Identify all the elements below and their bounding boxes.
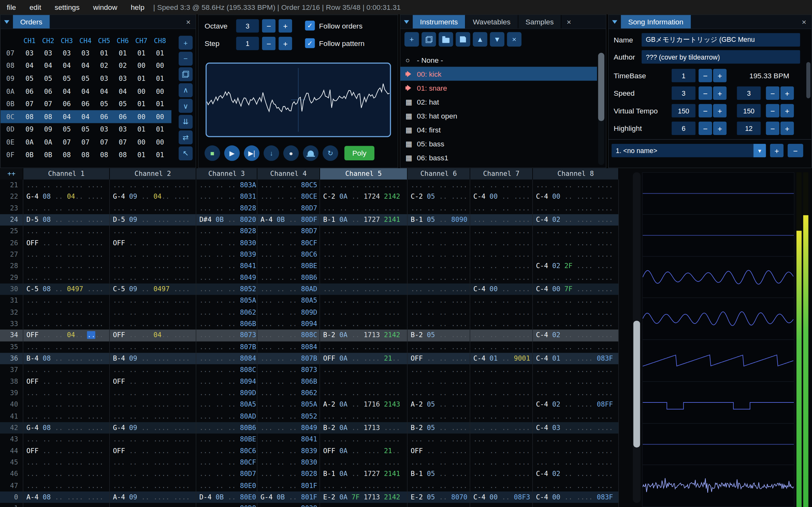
pattern-cell[interactable]: ... .. .. 803A (196, 180, 258, 191)
pattern-cell[interactable]: C-4 00 .. .... .... (533, 191, 619, 203)
pattern-cell[interactable]: ... .. .. .... (470, 180, 533, 191)
pattern-cell[interactable]: ... .. .. .... .... (320, 480, 408, 491)
pattern-cell[interactable]: ... .. .. .... .... (533, 272, 619, 283)
pattern-cell[interactable]: ... .. .. 8028 (257, 503, 320, 507)
pattern-cell[interactable]: ... .. .. .... .... (533, 457, 619, 468)
follow-pattern-checkbox[interactable]: ✓ (305, 38, 315, 48)
order-cell[interactable]: 00 (132, 87, 151, 95)
order-cell[interactable]: 01 (151, 125, 169, 133)
pattern-cell[interactable]: E-2 05 .. 8070 (408, 492, 470, 503)
pattern-cell[interactable]: B-4 09 .. .... .... (110, 353, 196, 364)
pattern-cell[interactable]: ... .. .. .... (470, 364, 533, 376)
pattern-cell[interactable]: ... .. .. 8084 (196, 353, 258, 364)
pattern-cell[interactable]: ... .. .. .... .... (110, 364, 196, 376)
pattern-cell[interactable]: ... .. .. .... (470, 203, 533, 214)
pattern-cell[interactable]: ... .. .. .... .... (23, 249, 110, 260)
channel-header[interactable]: Channel 4 (257, 168, 320, 180)
pattern-cell[interactable]: ... .. .. 805A (196, 295, 258, 306)
pattern-cell[interactable]: ... .. .. .... .... (110, 295, 196, 306)
vtempo2-decrease-button[interactable]: − (766, 104, 779, 117)
vtempo1-decrease-button[interactable]: − (699, 104, 712, 117)
pattern-cell[interactable]: C-5 08 .. 0497 .... (23, 284, 110, 295)
pattern-cell[interactable]: ... .. .. .... .... (533, 388, 619, 399)
pattern-cell[interactable]: ... .. .. .... (470, 457, 533, 468)
pattern-cell[interactable]: ... .. .. .... (470, 295, 533, 306)
pattern-cell[interactable]: ... .. .. .... .... (320, 434, 408, 445)
pattern-cell[interactable]: OFF .. .. 04.. .... (110, 330, 196, 341)
pattern-cell[interactable]: ... .. .. .... .... (23, 180, 110, 191)
pattern-cell[interactable]: D-5 09 .. .... .... (110, 214, 196, 226)
order-cell[interactable]: 04 (76, 62, 95, 69)
pattern-cell[interactable]: ... .. .. .... (408, 503, 470, 507)
order-cell[interactable]: 00 (151, 113, 169, 120)
pattern-cell[interactable]: ... .. .. .... (470, 237, 533, 249)
pattern-cell[interactable]: ... .. .. .... .... (23, 203, 110, 214)
close-icon[interactable]: × (561, 15, 576, 28)
pattern-cell[interactable]: ... .. .. .... .... (110, 457, 196, 468)
instrument-item[interactable]: ▦02: hat (400, 95, 597, 109)
pattern-cell[interactable]: ... .. .. 80D7 (257, 226, 320, 237)
pattern-cell[interactable]: ... .. .. .... .... (320, 364, 408, 376)
pattern-cell[interactable]: ... .. .. 80D7 (257, 203, 320, 214)
pattern-cell[interactable]: B-1 0A .. 1727 2141 (320, 468, 408, 480)
tab-orders[interactable]: Orders (13, 15, 50, 28)
pattern-cell[interactable]: ... .. .. .... (408, 411, 470, 422)
pattern-cell[interactable]: E-2 0A 7F 1713 2142 (320, 492, 408, 503)
order-cell[interactable]: 07 (57, 138, 76, 146)
octave-input[interactable]: 3 (236, 19, 259, 32)
order-cell[interactable]: 03 (113, 74, 132, 82)
timebase-decrease-button[interactable]: − (699, 69, 712, 82)
pattern-cell[interactable]: ... .. .. 8041 (257, 434, 320, 445)
close-icon[interactable]: × (181, 15, 196, 28)
octave-decrease-button[interactable]: − (262, 19, 275, 32)
order-cell[interactable]: 04 (57, 113, 76, 120)
pattern-cell[interactable]: ... .. .. 80CF (196, 457, 258, 468)
order-cell[interactable]: 08 (76, 151, 95, 158)
pattern-cell[interactable]: ... .. .. .... (408, 249, 470, 260)
pattern-cell[interactable]: ... .. .. .... (408, 261, 470, 272)
pattern-cell[interactable]: ... .. .. .... (470, 226, 533, 237)
pattern-cell[interactable]: ... .. .. .... .... (533, 376, 619, 387)
menu-item-help[interactable]: help (124, 3, 151, 11)
pattern-cell[interactable]: ... .. .. .... .... (110, 503, 196, 507)
duplicate-order-button[interactable] (179, 67, 193, 81)
pattern-cell[interactable]: OFF .. .. 04.. .... (23, 330, 110, 341)
pattern-cell[interactable]: ... .. .. .... (470, 330, 533, 341)
pattern-cell[interactable]: A-4 09 .. .... .... (110, 492, 196, 503)
pattern-cell[interactable]: ... .. .. .... .... (320, 237, 408, 249)
move-instrument-down-button[interactable]: ▼ (490, 32, 504, 47)
order-cell[interactable]: 00 (151, 87, 169, 95)
pattern-cell[interactable]: ... .. .. .... (408, 457, 470, 468)
pattern-cell[interactable]: ... .. .. 80C6 (196, 445, 258, 457)
pattern-cell[interactable]: OFF .. .. .... .... (23, 237, 110, 249)
order-cell[interactable]: 04 (57, 62, 76, 69)
pattern-cell[interactable]: ... .. .. .... .... (320, 203, 408, 214)
order-cell[interactable]: 01 (132, 74, 151, 82)
order-cell[interactable]: 07 (95, 138, 113, 146)
pattern-cell[interactable]: ... .. .. .... (408, 364, 470, 376)
order-cell[interactable]: 01 (132, 49, 151, 57)
pattern-cell[interactable]: ... .. .. .... .... (23, 480, 110, 491)
instrument-item[interactable]: ▦04: first (400, 123, 597, 136)
highlight2-increase-button[interactable]: + (780, 122, 794, 135)
pattern-cell[interactable]: OFF .. .. .... .... (23, 376, 110, 387)
pattern-cell[interactable]: ... .. .. .... (408, 203, 470, 214)
channel-header[interactable]: Channel 5 (320, 168, 408, 180)
pattern-cell[interactable]: ... .. .. 8031 (196, 191, 258, 203)
order-cell[interactable]: 07 (39, 100, 57, 107)
pattern-cell[interactable]: ... .. .. .... .... (320, 261, 408, 272)
menu-item-settings[interactable]: settings (48, 3, 86, 11)
pattern-cell[interactable]: C-2 0A .. 1724 2142 (320, 191, 408, 203)
pattern-cell[interactable]: ... .. .. .... (470, 376, 533, 387)
pattern-cell[interactable]: ... .. .. .... (470, 307, 533, 318)
pattern-cell[interactable]: C-4 03 .. .... .... (533, 422, 619, 434)
order-cell[interactable]: 01 (151, 74, 169, 82)
pattern-cell[interactable]: ... .. .. .... .... (110, 272, 196, 283)
pattern-cell[interactable]: ... .. .. .... .... (23, 226, 110, 237)
pattern-cell[interactable]: ... .. .. .... .... (23, 272, 110, 283)
pattern-cell[interactable]: ... .. .. .... .... (320, 226, 408, 237)
pattern-cell[interactable]: ... .. .. .... (408, 180, 470, 191)
pattern-cell[interactable]: ... .. .. .... .... (533, 249, 619, 260)
instrument-item[interactable]: ○- None - (400, 53, 597, 67)
pattern-cell[interactable]: ... .. .. .... (470, 399, 533, 410)
